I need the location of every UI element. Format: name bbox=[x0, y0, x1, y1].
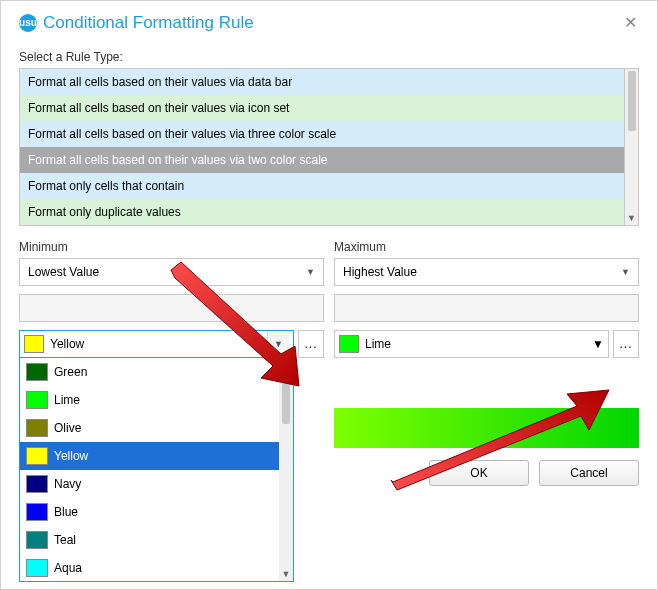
color-swatch bbox=[26, 503, 48, 521]
maximum-value-type-text: Highest Value bbox=[343, 265, 417, 279]
ok-button[interactable]: OK bbox=[429, 460, 529, 486]
rule-type-item[interactable]: Format all cells based on their values v… bbox=[20, 69, 624, 95]
color-option-label: Blue bbox=[54, 505, 78, 519]
scrollbar-thumb[interactable] bbox=[628, 71, 636, 131]
chevron-down-icon: ▼ bbox=[592, 337, 604, 351]
minimum-label: Minimum bbox=[19, 240, 324, 254]
color-option[interactable]: Green bbox=[20, 358, 279, 386]
color-option[interactable]: Lime bbox=[20, 386, 279, 414]
color-option[interactable]: Olive bbox=[20, 414, 279, 442]
color-swatch bbox=[26, 391, 48, 409]
minimum-value-input[interactable] bbox=[19, 294, 324, 322]
minimum-color-name: Yellow bbox=[50, 337, 84, 351]
chevron-down-icon: ▼ bbox=[621, 267, 630, 277]
color-option[interactable]: Teal bbox=[20, 526, 279, 554]
minimum-color-combo[interactable]: Yellow ▼ bbox=[19, 330, 294, 358]
rule-list-scrollbar[interactable]: ▼ bbox=[625, 68, 639, 226]
color-swatch bbox=[26, 419, 48, 437]
maximum-label: Maximum bbox=[334, 240, 639, 254]
dropdown-scrollbar[interactable]: ▲ ▼ bbox=[279, 358, 293, 581]
color-swatch bbox=[26, 559, 48, 577]
color-option-label: Lime bbox=[54, 393, 80, 407]
color-option[interactable]: Navy bbox=[20, 470, 279, 498]
rule-type-item[interactable]: Format only duplicate values bbox=[20, 199, 624, 225]
color-dropdown[interactable]: GreenLimeOliveYellowNavyBlueTealAqua ▲ ▼ bbox=[19, 358, 294, 582]
scroll-down-icon[interactable]: ▼ bbox=[627, 213, 636, 223]
color-option[interactable]: Yellow bbox=[20, 442, 279, 470]
app-logo-icon: usu bbox=[19, 14, 37, 32]
cancel-button[interactable]: Cancel bbox=[539, 460, 639, 486]
color-option[interactable]: Blue bbox=[20, 498, 279, 526]
color-option-label: Green bbox=[54, 365, 87, 379]
maximum-color-name: Lime bbox=[365, 337, 391, 351]
chevron-down-icon: ▼ bbox=[306, 267, 315, 277]
minimum-color-more-button[interactable]: ... bbox=[298, 330, 324, 358]
dialog-window: usu Conditional Formatting Rule ✕ Select… bbox=[0, 0, 658, 590]
color-option-label: Teal bbox=[54, 533, 76, 547]
color-option-label: Aqua bbox=[54, 561, 82, 575]
maximum-color-more-button[interactable]: ... bbox=[613, 330, 639, 358]
maximum-value-type-combo[interactable]: Highest Value ▼ bbox=[334, 258, 639, 286]
color-swatch bbox=[26, 447, 48, 465]
color-option-label: Yellow bbox=[54, 449, 88, 463]
color-option[interactable]: Aqua bbox=[20, 554, 279, 582]
rule-type-item[interactable]: Format all cells based on their values v… bbox=[20, 121, 624, 147]
maximum-value-input[interactable] bbox=[334, 294, 639, 322]
maximum-color-swatch bbox=[339, 335, 359, 353]
color-swatch bbox=[26, 475, 48, 493]
rule-type-list[interactable]: Format all cells based on their values v… bbox=[19, 68, 625, 226]
maximum-color-combo[interactable]: Lime ▼ bbox=[334, 330, 609, 358]
minimum-value-type-text: Lowest Value bbox=[28, 265, 99, 279]
minimum-color-swatch bbox=[24, 335, 44, 353]
minimum-value-type-combo[interactable]: Lowest Value ▼ bbox=[19, 258, 324, 286]
rule-type-item[interactable]: Format all cells based on their values v… bbox=[20, 95, 624, 121]
rule-type-item[interactable]: Format all cells based on their values v… bbox=[20, 147, 624, 173]
scroll-up-icon[interactable]: ▲ bbox=[282, 358, 291, 372]
title-bar: usu Conditional Formatting Rule ✕ bbox=[1, 1, 657, 40]
color-swatch bbox=[26, 363, 48, 381]
scrollbar-thumb[interactable] bbox=[282, 374, 290, 424]
color-swatch bbox=[26, 531, 48, 549]
chevron-down-icon[interactable]: ▼ bbox=[267, 331, 289, 357]
scroll-down-icon[interactable]: ▼ bbox=[282, 567, 291, 581]
gradient-preview bbox=[334, 408, 639, 448]
rule-type-item[interactable]: Format only cells that contain bbox=[20, 173, 624, 199]
window-title: Conditional Formatting Rule bbox=[43, 13, 254, 33]
close-icon[interactable]: ✕ bbox=[618, 11, 643, 34]
color-option-label: Olive bbox=[54, 421, 81, 435]
rule-type-label: Select a Rule Type: bbox=[19, 50, 639, 64]
color-option-label: Navy bbox=[54, 477, 81, 491]
